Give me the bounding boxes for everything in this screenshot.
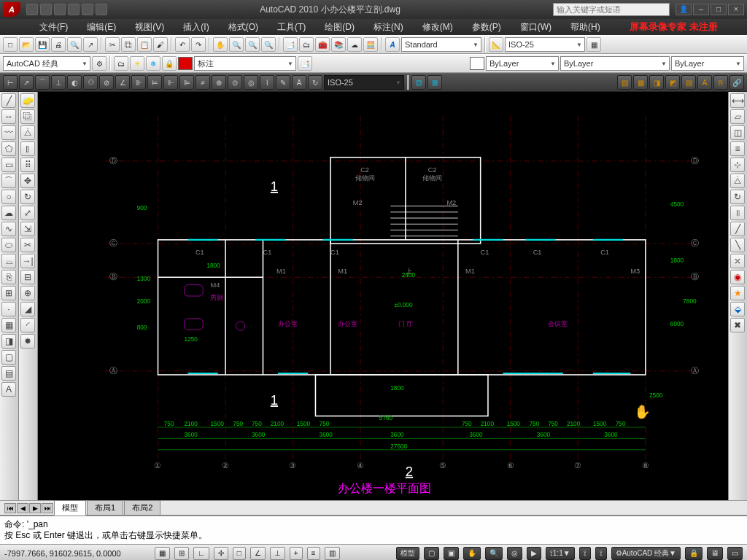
grid-icon[interactable]: ⊞ [174, 547, 189, 560]
redo-icon[interactable]: ↷ [191, 37, 206, 52]
list-icon[interactable]: ≡ [730, 141, 745, 156]
xline-icon[interactable]: ↔ [1, 109, 16, 124]
copy-obj-icon[interactable]: ⿻ [20, 109, 35, 124]
gradient-icon[interactable]: ◨ [1, 334, 16, 349]
ex-icon[interactable]: ╱ [730, 222, 745, 236]
app-logo[interactable]: A [3, 2, 20, 17]
qat-undo-icon[interactable] [68, 4, 80, 15]
block-icon[interactable]: ▧ [617, 75, 632, 90]
inspect-icon[interactable]: ◎ [244, 75, 258, 90]
id-icon[interactable]: ⊹ [730, 158, 745, 172]
zoom-rt-icon[interactable]: 🔍 [229, 37, 244, 52]
layerprop-icon[interactable]: 🗂 [114, 56, 128, 71]
ellipsearc-icon[interactable]: ⌓ [1, 254, 16, 268]
qat-print-icon[interactable] [96, 4, 107, 15]
owl-icon[interactable]: ✖ [730, 318, 745, 332]
menu-insert[interactable]: 插入(I) [180, 20, 212, 35]
stretch-icon[interactable]: ⇲ [20, 222, 35, 236]
props-icon[interactable]: 📑 [283, 37, 298, 52]
dim-space-icon[interactable]: ⊫ [179, 75, 194, 90]
blu-icon[interactable]: ⬙ [730, 302, 745, 316]
ws-gear-icon[interactable]: ⚙ [92, 56, 107, 71]
hw-icon[interactable]: 🖥 [707, 547, 723, 560]
layerstate-icon[interactable]: 📑 [298, 56, 312, 71]
menu-tools[interactable]: 工具(T) [274, 20, 309, 35]
ellipse-icon[interactable]: ⬭ [1, 238, 16, 252]
qat-save-icon[interactable] [54, 4, 66, 15]
color-swatch[interactable] [470, 57, 484, 70]
qview2-icon[interactable]: ▣ [444, 547, 459, 560]
dim-jogline-icon[interactable]: ⌇ [260, 75, 274, 90]
dim-cont-icon[interactable]: ⊩ [163, 75, 178, 90]
lock-icon[interactable]: 🔒 [162, 56, 177, 71]
polar-icon[interactable]: ✢ [214, 547, 228, 560]
tab-layout2[interactable]: 布局2 [124, 500, 160, 516]
osnap-icon[interactable]: □ [233, 547, 246, 560]
red-icon[interactable]: ◉ [730, 270, 745, 284]
ducs-icon[interactable]: ⊥ [270, 547, 285, 560]
preview-icon[interactable]: 🔍 [67, 37, 82, 52]
circle-icon[interactable]: ○ [1, 190, 16, 204]
ssm-icon[interactable]: 📚 [331, 37, 346, 52]
dim-update-icon[interactable]: ↻ [308, 75, 322, 90]
spline-icon[interactable]: ∿ [1, 222, 16, 236]
match-icon[interactable]: 🖌 [153, 37, 168, 52]
dim-dia-icon[interactable]: ⊘ [99, 75, 114, 90]
workspace-combo[interactable]: AutoCAD 经典 [3, 56, 90, 71]
mtext2-icon[interactable]: A [1, 382, 16, 397]
annoscale-combo[interactable]: ⟟ 1:1 ▼ [546, 547, 575, 560]
drawing-canvas[interactable]: C2 C2 储物间 储物间 M2 M2 C1 C1 C1 C1 C1 C1 M1… [38, 92, 728, 500]
region2-icon[interactable]: ▢ [1, 350, 16, 365]
break-icon[interactable]: ⊟ [20, 270, 35, 284]
insertblk-icon[interactable]: ⎘ [1, 270, 16, 284]
dim-radius-icon[interactable]: ◐ [67, 75, 82, 90]
rotate3d-icon[interactable]: ↻ [730, 190, 745, 204]
tp-icon[interactable]: 🧰 [315, 37, 330, 52]
dim-edit-icon[interactable]: ✎ [276, 75, 290, 90]
open-icon[interactable]: 📂 [19, 37, 34, 52]
area-icon[interactable]: ▱ [730, 109, 745, 124]
max-button[interactable]: □ [711, 4, 727, 15]
dim-style-combo[interactable]: ISO-25 [505, 37, 585, 52]
grad-icon[interactable]: ◨ [649, 75, 664, 90]
makeblk-icon[interactable]: ⊞ [1, 286, 16, 300]
ora-icon[interactable]: ★ [730, 286, 745, 300]
hatch-icon[interactable]: ▦ [633, 75, 648, 90]
dyn-icon[interactable]: + [290, 547, 303, 560]
region-icon[interactable]: ◩ [665, 75, 680, 90]
region3-icon[interactable]: ◫ [730, 125, 745, 140]
extend-icon[interactable]: →| [20, 254, 35, 268]
tablestyle-icon[interactable]: ▦ [587, 37, 601, 52]
close-button[interactable]: × [728, 4, 744, 15]
sun-icon[interactable]: ☀ [130, 56, 144, 71]
ortho-icon[interactable]: ∟ [193, 547, 209, 560]
paste-icon[interactable]: 📋 [137, 37, 152, 52]
tab-next-icon[interactable]: ▶ [29, 503, 41, 513]
otrack-icon[interactable]: ∠ [250, 547, 266, 560]
tex-icon[interactable]: ╲ [730, 238, 745, 252]
table-icon[interactable]: ▤ [681, 75, 696, 90]
align-icon[interactable]: ⫴ [730, 206, 745, 220]
calc-icon[interactable]: 🧮 [363, 37, 378, 52]
centermark-icon[interactable]: ⊙ [228, 75, 242, 90]
mtext-icon[interactable]: A [697, 75, 712, 90]
xref-icon[interactable]: 🔗 [729, 75, 744, 90]
markup-icon[interactable]: ☁ [347, 37, 362, 52]
min-button[interactable]: – [693, 4, 709, 15]
dist-icon[interactable]: ⟷ [730, 93, 745, 108]
help-search-input[interactable] [553, 3, 670, 16]
clean-icon[interactable]: ▭ [727, 547, 743, 560]
undo-icon[interactable]: ↶ [175, 37, 190, 52]
qview-icon[interactable]: ▢ [424, 547, 439, 560]
insert-icon[interactable]: ⎘ [713, 75, 728, 90]
save-icon[interactable]: 💾 [35, 37, 50, 52]
tab-first-icon[interactable]: ⏮ [4, 503, 16, 513]
snap-icon[interactable]: ▦ [155, 547, 170, 560]
dim-tedit-icon[interactable]: A [292, 75, 306, 90]
dim-ord-icon[interactable]: ⊥ [51, 75, 66, 90]
qat-open-icon[interactable] [40, 4, 52, 15]
constrain2-icon[interactable]: ⊞ [427, 75, 442, 90]
infocenter-icon[interactable]: 👤 [676, 4, 692, 15]
new-icon[interactable]: □ [3, 37, 18, 52]
model-space-button[interactable]: 模型 [396, 547, 419, 560]
